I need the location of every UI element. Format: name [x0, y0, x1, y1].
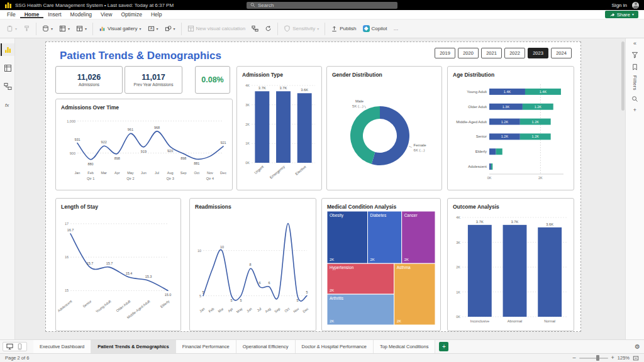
tab-executive-dashboard[interactable]: Executive Dashboard [33, 340, 91, 353]
search-icon [250, 3, 255, 8]
svg-text:Senior: Senior [82, 299, 92, 309]
publish-button[interactable]: Publish [328, 23, 358, 34]
chevron-down-icon: ▾ [174, 27, 175, 31]
svg-text:Elective: Elective [294, 165, 306, 176]
kpi-card-prev-year-admissions[interactable]: 11,017Prev Year Admissions [125, 66, 182, 94]
visual-admission-type[interactable]: Admission Type 0K1K2K3K4K3.7K3.7K3.6KUrg… [236, 66, 322, 190]
zoom-slider-thumb[interactable] [596, 355, 599, 361]
tab-top-medical-conditions[interactable]: Top Medical Conditions [374, 340, 436, 353]
visual-gender-distribution[interactable]: Gender Distribution Female6K (...)Male5K… [326, 66, 442, 190]
page-title: Patient Trends & Demographics [60, 50, 221, 62]
new-page-button[interactable]: + [439, 342, 448, 351]
dax-query-view-button[interactable]: fx [1, 98, 14, 111]
share-button[interactable]: Share ▾ [605, 11, 638, 18]
format-painter-button[interactable] [21, 23, 33, 34]
refresh-button[interactable] [262, 23, 274, 34]
fit-to-page-icon[interactable] [633, 355, 639, 361]
svg-text:Oct: Oct [284, 307, 291, 313]
paste-button[interactable]: ▾ [4, 23, 19, 34]
medical_condition-svg: Obesity2KDiabetes2KCancer2KHypertension2… [327, 211, 435, 325]
visual-age-distribution[interactable]: Age Distribution 0K2KYoung Adult1.4K1.4K… [447, 66, 574, 190]
year-button-2022[interactable]: 2022 [504, 48, 525, 58]
svg-text:1.2K: 1.2K [501, 134, 509, 138]
year-button-2023[interactable]: 2023 [528, 48, 548, 58]
gender-distribution-chart: Female6K (...)Male5K (...) [332, 79, 436, 185]
text-box-button[interactable]: A▾ [145, 23, 161, 34]
menu-home[interactable]: Home [20, 11, 44, 18]
tab-operational-efficiency[interactable]: Operational Efficiency [236, 340, 296, 353]
shapes-button[interactable]: ▾ [162, 23, 178, 34]
collapse-panes-button[interactable]: « [633, 41, 636, 47]
canvas-scrollbar[interactable] [621, 41, 625, 111]
svg-text:3.7K: 3.7K [511, 220, 519, 224]
visual-medical-condition-analysis[interactable]: Medical Condition Analysis Obesity2KDiab… [321, 198, 441, 331]
share-icon [609, 12, 615, 18]
tab-doctor-hospital-performance[interactable]: Doctor & Hospital Performance [296, 340, 374, 353]
avatar[interactable] [632, 2, 639, 9]
tab-financial-performance[interactable]: Financial Performance [176, 340, 236, 353]
get-data-button[interactable]: ▾ [40, 23, 55, 34]
manage-relationships-button[interactable] [249, 23, 261, 34]
menu-file[interactable]: File [3, 11, 20, 18]
svg-text:3.7K: 3.7K [476, 220, 484, 224]
svg-text:2K: 2K [538, 176, 543, 180]
svg-text:4K: 4K [245, 84, 250, 87]
kpi-label: Prev Year Admissions [134, 82, 174, 87]
ribbon-more-button[interactable]: … [391, 24, 401, 33]
search-pane-icon[interactable] [631, 96, 638, 102]
svg-text:5: 5 [240, 299, 242, 302]
svg-text:961: 961 [128, 128, 133, 131]
menu-insert[interactable]: Insert [43, 11, 65, 18]
svg-text:920: 920 [167, 149, 173, 153]
visual-gallery-button[interactable]: Visual gallery▾ [96, 23, 143, 34]
menu-modeling[interactable]: Modeling [66, 11, 97, 18]
excel-workbook-button[interactable]: ▾ [57, 23, 72, 34]
svg-text:10: 10 [197, 249, 201, 253]
svg-text:Jun: Jun [141, 171, 147, 175]
zoom-slider[interactable] [579, 358, 608, 359]
visual-admissions-over-time[interactable]: Admissions Over Time 9001,00093188092289… [55, 99, 233, 190]
year-button-2021[interactable]: 2021 [481, 48, 502, 58]
kpi-card-growth[interactable]: 0.08% [195, 66, 230, 94]
model-view-button[interactable] [1, 80, 14, 92]
share-label: Share [617, 12, 630, 18]
table-view-icon [4, 64, 12, 72]
report-view-button[interactable] [1, 43, 14, 56]
table-view-button[interactable] [1, 62, 14, 74]
year-button-2020[interactable]: 2020 [458, 48, 479, 58]
ribbon-divider [181, 23, 182, 35]
powerbi-logo-icon [5, 2, 11, 8]
visual-length-of-stay[interactable]: Length of Stay 15161716.715.715.715.415.… [55, 198, 181, 331]
visual-readmissions[interactable]: Readmissions 5105105586655JanFebMarAprMa… [189, 198, 316, 331]
kpi-card-admissions[interactable]: 11,026Admissions [55, 66, 123, 94]
filter-icon[interactable] [631, 52, 638, 58]
mobile-layout-icon[interactable] [16, 343, 23, 350]
new-visual-calculation-button[interactable]: New visual calculation [185, 23, 248, 34]
menu-optimize[interactable]: Optimize [116, 11, 147, 18]
menu-help[interactable]: Help [147, 11, 166, 18]
copilot-button[interactable]: Copilot [360, 23, 390, 34]
year-button-2024[interactable]: 2024 [551, 48, 572, 58]
desktop-layout-icon[interactable] [6, 343, 13, 350]
svg-text:Senior: Senior [476, 134, 487, 138]
svg-text:Nov: Nov [292, 307, 300, 314]
tab-patient-trends-demographics[interactable]: Patient Trends & Demographics [91, 340, 175, 353]
svg-text:Qtr 2: Qtr 2 [126, 177, 134, 180]
zoom-out-button[interactable]: – [573, 355, 576, 361]
visual-title: Outcome Analysis [453, 204, 569, 210]
filters-pane-label[interactable]: Filters [632, 75, 638, 90]
menu-view[interactable]: View [96, 11, 116, 18]
bookmark-icon[interactable] [631, 63, 638, 70]
add-pane-button[interactable]: + [633, 107, 636, 113]
visual-outcome-analysis[interactable]: Outcome Analysis 0K1K2K3K4K3.7K3.7K3.6KI… [447, 198, 574, 331]
zoom-in-button[interactable]: + [611, 355, 614, 361]
sql-server-button[interactable]: ▾ [74, 23, 89, 34]
sign-in-button[interactable]: Sign in [612, 3, 627, 8]
svg-text:1,000: 1,000 [67, 119, 75, 123]
gear-icon[interactable]: ⚙ [635, 343, 640, 350]
search-input[interactable]: Search [247, 2, 397, 9]
svg-text:Elderly: Elderly [160, 299, 170, 309]
chevron-down-icon: ▾ [68, 27, 70, 31]
year-button-2019[interactable]: 2019 [435, 48, 455, 58]
sensitivity-button[interactable]: Sensitivity▾ [281, 23, 321, 34]
